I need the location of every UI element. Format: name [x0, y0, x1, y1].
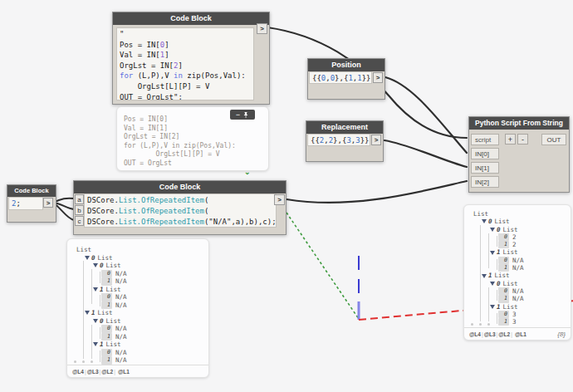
output-port[interactable]: >: [257, 23, 267, 34]
expand-arrow-icon[interactable]: [490, 228, 495, 232]
code-token: OUT = OrgLst: [124, 159, 172, 167]
node-title[interactable]: Code Block: [7, 185, 56, 197]
preview-footer: @L4|@L3|@L2|@L1 {8}: [464, 327, 571, 340]
code-token: (: [204, 207, 208, 215]
node-title[interactable]: Code Block: [74, 181, 286, 194]
item-value: 3: [512, 318, 517, 326]
lacing-level-tags: @L4|@L3|@L2|@L1: [72, 369, 130, 375]
code-token: Pos = IN[: [120, 41, 160, 49]
list-index: 0: [100, 317, 104, 326]
list-tree: List0List0List02121List0N/A1N/A1List0Lis…: [469, 210, 567, 326]
list-label: List: [98, 309, 113, 317]
expand-arrow-icon[interactable]: [85, 311, 90, 315]
output-port[interactable]: >: [373, 72, 383, 83]
remove-input-button[interactable]: -: [517, 134, 528, 145]
expand-arrow-icon[interactable]: [482, 274, 487, 278]
add-input-button[interactable]: +: [505, 134, 516, 145]
preview-bubble-right-list: List0List0List02121List0N/A1N/A1List0Lis…: [463, 204, 571, 341]
list-index: 1: [488, 272, 492, 279]
wire-position-to-in0[interactable]: [385, 77, 467, 153]
output-port[interactable]: >: [43, 198, 53, 208]
lacing-level-tags: @L4|@L3|@L2|@L1: [469, 331, 526, 337]
node-title[interactable]: Code Block: [113, 12, 269, 25]
lacing-tag: @L1: [118, 369, 130, 375]
expand-arrow-icon[interactable]: [93, 319, 98, 323]
node-title[interactable]: Position: [308, 59, 384, 71]
tag-separator: |: [114, 369, 115, 375]
item-index-badge: 0: [101, 325, 112, 333]
code-token: ]: [178, 61, 182, 70]
expand-arrow-icon[interactable]: [490, 305, 495, 309]
item-value: 3: [512, 311, 517, 318]
code-token: },{: [335, 74, 348, 82]
input-port-a[interactable]: a: [75, 194, 84, 204]
tree-list-row: 1List: [72, 309, 205, 317]
item-value: N/A: [512, 257, 524, 264]
output-port-out[interactable]: OUT: [541, 134, 566, 145]
code-token: Val = IN[1]: [124, 125, 168, 132]
list-index: 0: [497, 280, 501, 287]
preview-code-text: Pos = IN[0]Val = IN[1]OrgLst = IN[2]for …: [124, 115, 265, 169]
item-value: N/A: [115, 293, 127, 301]
node-python-script-from-string[interactable]: Python Script From String script IN[0] I…: [468, 116, 570, 193]
input-port-c[interactable]: c: [75, 216, 84, 226]
input-port-b[interactable]: b: [75, 205, 84, 215]
lacing-tag: @L2: [101, 369, 113, 375]
tag-separator: |: [85, 369, 86, 375]
item-value: N/A: [115, 333, 127, 341]
item-index-badge: 0: [101, 293, 112, 301]
expand-arrow-icon[interactable]: [85, 256, 90, 260]
code-editor[interactable]: {{0,0},{1,1}};: [309, 71, 372, 84]
node-title[interactable]: Python Script From String: [469, 117, 569, 130]
list-label: List: [106, 317, 121, 326]
list-index: 0: [100, 262, 104, 270]
expand-arrow-icon[interactable]: [93, 342, 98, 346]
expand-arrow-icon[interactable]: [490, 282, 495, 286]
node-position[interactable]: Position {{0,0},{1,1}}; >: [307, 58, 385, 100]
expand-arrow-icon[interactable]: [482, 219, 487, 223]
node-replacement[interactable]: Replacement {{2,2},{3,3}}; >: [306, 120, 384, 162]
node-code-block-top[interactable]: Code Block > "Pos = IN[0]Val = IN[1]OrgL…: [112, 12, 270, 105]
code-token: DSCore.: [87, 196, 119, 204]
node-code-block-repeat[interactable]: Code Block DSCore.List.OfRepeatedItem(DS…: [73, 180, 286, 235]
code-token: List.OfRepeatedItem: [119, 196, 204, 204]
tree-list-row: 0List: [72, 317, 205, 326]
input-port-script[interactable]: script: [471, 134, 499, 145]
expand-arrow-icon[interactable]: [93, 263, 98, 267]
preview-collapse-chevron-icon[interactable]: ⌄: [244, 168, 251, 176]
item-value: N/A: [115, 325, 127, 333]
list-index: 1: [497, 248, 501, 256]
code-token: OrgLst[L][P] = V: [120, 82, 209, 91]
node-code-block-two[interactable]: Code Block 2; >: [7, 184, 56, 223]
expand-arrow-icon[interactable]: [93, 287, 98, 292]
input-port-in1[interactable]: IN[1]: [471, 162, 499, 174]
preview-bubble-top: − Pos = IN[0]Val = IN[1]OrgLst = IN[2]fo…: [116, 106, 269, 171]
item-index-badge: 0: [498, 233, 509, 241]
code-token: for: [120, 71, 133, 80]
list-label: List: [503, 226, 518, 233]
tree-list-row: 0List: [469, 226, 567, 233]
tree-item-row: 1N/A: [72, 356, 205, 365]
code-token: in: [174, 71, 183, 80]
expand-arrow-icon[interactable]: [490, 251, 495, 255]
list-index: 0: [488, 218, 492, 225]
code-editor[interactable]: {{2,2},{3,3}};: [307, 134, 370, 146]
code-token: ]: [164, 51, 169, 59]
wire-repeatblock-to-in2[interactable]: [286, 181, 467, 203]
code-editor[interactable]: DSCore.List.OfRepeatedItem(DSCore.List.O…: [84, 194, 277, 228]
input-port-in0[interactable]: IN[0]: [471, 148, 499, 159]
code-token: OrgLst = IN[: [120, 61, 174, 70]
code-token: List.OfRepeatedItem: [119, 207, 204, 215]
dynamo-workspace-canvas[interactable]: Code Block > "Pos = IN[0]Val = IN[1]OrgL…: [0, 0, 573, 392]
tag-separator: |: [511, 331, 512, 337]
wire-replacement-to-in1[interactable]: [384, 140, 467, 167]
output-port[interactable]: >: [371, 135, 381, 145]
output-port[interactable]: >: [274, 194, 285, 205]
code-editor[interactable]: "Pos = IN[0]Val = IN[1]OrgLst = IN[2]for…: [116, 27, 254, 100]
lacing-tag: @L4: [72, 369, 84, 375]
input-port-in2[interactable]: IN[2]: [471, 176, 499, 188]
list-index: 0: [91, 254, 96, 262]
list-label: List: [106, 286, 121, 294]
code-editor[interactable]: 2;: [8, 197, 43, 210]
node-title[interactable]: Replacement: [306, 121, 383, 134]
